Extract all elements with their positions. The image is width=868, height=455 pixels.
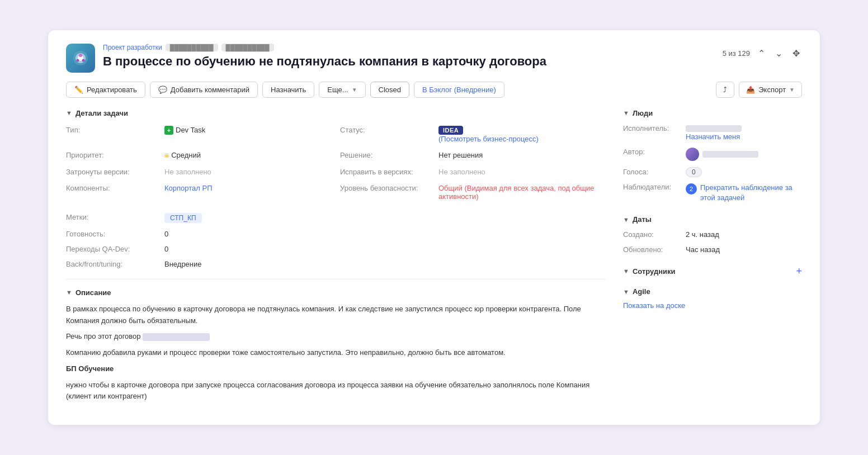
qa-dev-label: Переходы QA-Dev: xyxy=(66,243,155,255)
people-section-header[interactable]: ▼ Люди xyxy=(623,109,802,117)
comment-icon: 💬 xyxy=(158,86,167,94)
author-avatar-row xyxy=(686,148,802,161)
next-button[interactable]: ⌄ xyxy=(773,46,785,61)
details-section-title: Детали задачи xyxy=(76,109,128,117)
breadcrumb: Проект разработки ██████████ ██████████ xyxy=(103,44,546,51)
desc-para-3: Компанию добавила руками и процесс прове… xyxy=(66,347,605,359)
edit-button[interactable]: ✏️ Редактировать xyxy=(66,82,145,98)
votes-row: Голоса: 0 xyxy=(623,167,802,177)
agile-section-title: Agile xyxy=(633,287,650,296)
versions-value: Не заполнено xyxy=(164,166,331,178)
observers-count: 2 xyxy=(686,183,697,195)
details-chevron-icon: ▼ xyxy=(66,110,72,116)
votes-badge: 0 xyxy=(686,167,702,177)
breadcrumb-pill-2: ██████████ xyxy=(221,44,274,51)
priority-value: ≡ Средний xyxy=(164,149,331,162)
qa-dev-value: 0 xyxy=(164,243,605,255)
project-name[interactable]: Проект разработки xyxy=(103,44,162,51)
backlog-button[interactable]: В Бэклог (Внедрение) xyxy=(414,82,504,98)
resolution-value: Нет решения xyxy=(438,149,605,162)
assign-button[interactable]: Назначить xyxy=(262,82,314,98)
fix-versions-label: Исправить в версиях: xyxy=(340,166,430,178)
closed-status-button[interactable]: Closed xyxy=(370,82,409,98)
extra-details: Метки: СТП_КП Готовность: 0 Переходы QA-… xyxy=(66,211,605,270)
assign-me-link[interactable]: Назначить меня xyxy=(686,132,740,141)
stop-observing-link[interactable]: Прекратить наблюдение за этой задачей xyxy=(700,183,802,203)
back-front-label: Back/front/tuning: xyxy=(66,258,155,270)
observers-value: 2 Прекратить наблюдение за этой задачей xyxy=(686,182,802,204)
observers-row: Наблюдатели: 2 Прекратить наблюдение за … xyxy=(623,182,802,204)
executor-avatar-blurred xyxy=(686,125,742,132)
main-right: ▼ Люди Исполнитель: Назначить меня Автор… xyxy=(623,109,802,407)
executor-row: Исполнитель: Назначить меня xyxy=(623,123,802,142)
more-button[interactable]: Еще... ▼ xyxy=(319,82,365,98)
dates-section: ▼ Даты Создано: 2 ч. назад Обновлено: Ча… xyxy=(623,215,802,255)
colleagues-header: ▼ Сотрудники + xyxy=(623,266,802,276)
details-section-header[interactable]: ▼ Детали задачи xyxy=(66,109,605,117)
export-dropdown-icon: ▼ xyxy=(789,87,795,93)
colleagues-section-header[interactable]: ▼ Сотрудники xyxy=(623,267,676,276)
main-left: ▼ Детали задачи Тип: + Dev Task Статус: … xyxy=(66,109,605,407)
author-name-blurred xyxy=(702,151,758,158)
readiness-value: 0 xyxy=(164,228,605,240)
status-label: Статус: xyxy=(340,124,430,145)
add-colleague-button[interactable]: + xyxy=(796,266,802,276)
prev-button[interactable]: ⌃ xyxy=(756,46,767,61)
status-value: IDEA (Посмотреть бизнес-процесс) xyxy=(438,124,605,145)
project-icon xyxy=(66,44,95,73)
votes-value: 0 xyxy=(686,167,802,177)
priority-badge: ≡ Средний xyxy=(164,151,201,160)
status-badge: IDEA xyxy=(438,126,463,135)
export-button[interactable]: 📤 Экспорт ▼ xyxy=(739,82,802,98)
desc-para-1: В рамках процесса по обучению в карточку… xyxy=(66,304,605,327)
readiness-label: Готовность: xyxy=(66,228,155,240)
description-section-header[interactable]: ▼ Описание xyxy=(66,288,605,297)
desc-para-5: нужно чтобы в карточке договора при запу… xyxy=(66,380,605,403)
priority-icon: ≡ xyxy=(164,151,169,160)
share-button[interactable]: ⤴ xyxy=(716,82,734,98)
tag-badge: СТП_КП xyxy=(164,213,202,223)
type-badge: + Dev Task xyxy=(164,126,205,135)
dates-section-header[interactable]: ▼ Даты xyxy=(623,215,802,224)
people-section-title: Люди xyxy=(633,109,653,117)
security-label: Уровень безопасности: xyxy=(340,182,430,202)
components-value: Корпортал РП xyxy=(164,182,331,202)
type-label: Тип: xyxy=(66,124,155,145)
updated-row: Обновлено: Час назад xyxy=(623,244,802,255)
created-value: 2 ч. назад xyxy=(686,229,802,240)
header-right: 5 из 129 ⌃ ⌄ ✥ xyxy=(723,46,802,61)
type-value: + Dev Task xyxy=(164,124,331,145)
breadcrumb-pill-1: ██████████ xyxy=(166,44,218,51)
export-icon: 📤 xyxy=(746,86,755,94)
edit-icon: ✏️ xyxy=(74,86,83,94)
executor-label: Исполнитель: xyxy=(623,123,679,142)
show-on-board-link[interactable]: Показать на доске xyxy=(623,301,685,310)
people-section: ▼ Люди Исполнитель: Назначить меня Автор… xyxy=(623,109,802,204)
header-left: Проект разработки ██████████ ██████████ … xyxy=(66,44,546,73)
type-text: Dev Task xyxy=(176,126,205,134)
tags-value: СТП_КП xyxy=(164,211,605,225)
agile-section: ▼ Agile Показать на доске xyxy=(623,287,802,310)
agile-section-header[interactable]: ▼ Agile xyxy=(623,287,802,296)
blurred-contract xyxy=(143,333,210,341)
colleagues-section: ▼ Сотрудники + xyxy=(623,266,802,276)
toolbar-right: ⤴ 📤 Экспорт ▼ xyxy=(716,82,802,98)
components-link[interactable]: Корпортал РП xyxy=(164,184,213,192)
created-row: Создано: 2 ч. назад xyxy=(623,229,802,240)
pagination-text: 5 из 129 xyxy=(723,49,750,58)
updated-value: Час назад xyxy=(686,244,802,255)
observers-label: Наблюдатели: xyxy=(623,182,679,204)
executor-value: Назначить меня xyxy=(686,123,802,142)
details-grid: Тип: + Dev Task Статус: IDEA (Посмотреть… xyxy=(66,124,605,202)
dev-task-icon: + xyxy=(164,126,173,135)
observers-row-inner: 2 Прекратить наблюдение за этой задачей xyxy=(686,183,802,203)
updated-label: Обновлено: xyxy=(623,244,679,255)
divider xyxy=(66,279,605,279)
components-label: Компоненты: xyxy=(66,182,155,202)
priority-text: Средний xyxy=(171,151,201,159)
expand-button[interactable]: ✥ xyxy=(790,46,802,61)
comment-button[interactable]: 💬 Добавить комментарий xyxy=(150,82,258,98)
issue-card: Проект разработки ██████████ ██████████ … xyxy=(48,30,820,425)
header-text: Проект разработки ██████████ ██████████ … xyxy=(103,44,546,70)
business-process-link[interactable]: (Посмотреть бизнес-процесс) xyxy=(438,135,539,143)
